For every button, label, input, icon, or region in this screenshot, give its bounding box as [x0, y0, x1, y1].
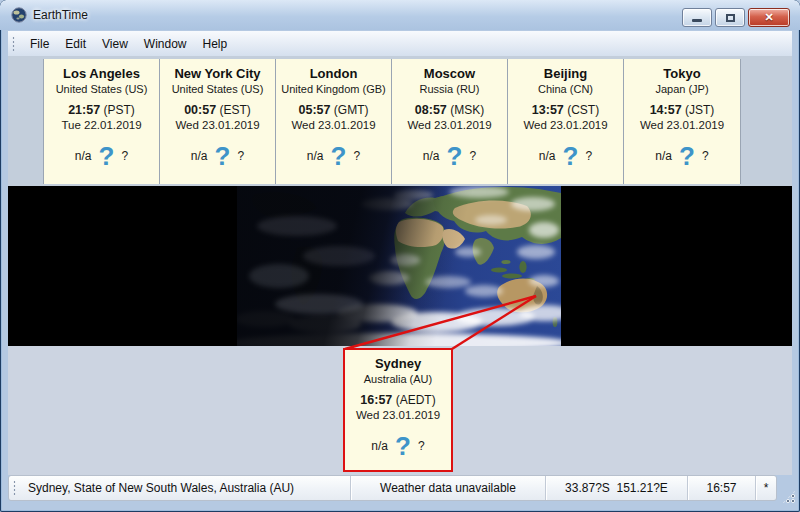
clock-date: Wed 23.01.2019	[392, 118, 507, 133]
clock-city: Moscow	[392, 66, 507, 82]
weather-unknown-icon: ?	[447, 143, 463, 169]
clock-date: Wed 23.01.2019	[624, 118, 740, 133]
temperature-na: n/a	[75, 149, 92, 163]
weather-unknown-icon: ?	[679, 143, 695, 169]
menu-item-window[interactable]: Window	[136, 33, 195, 55]
menu-item-file[interactable]: File	[22, 33, 57, 55]
menu-item-help[interactable]: Help	[195, 33, 236, 55]
clock-city: Beijing	[508, 66, 623, 82]
popup-time: 16:57	[360, 393, 392, 407]
status-weather: Weather data unavailable	[350, 476, 545, 500]
clock-time: 08:57	[415, 103, 447, 117]
clock-date: Wed 23.01.2019	[160, 118, 275, 133]
statusbar-grip-icon[interactable]	[13, 480, 16, 496]
status-coordinates: 33.87?S 151.21?E	[545, 476, 687, 500]
clock-panel-london[interactable]: London United Kingdom (GB) 05:57 (GMT) W…	[276, 59, 392, 184]
clock-city: London	[276, 66, 391, 82]
clock-time: 00:57	[184, 103, 216, 117]
temperature-na: n/a	[423, 149, 440, 163]
weather-unknown-icon: ?	[395, 433, 411, 459]
weather-unknown-icon: ?	[99, 143, 115, 169]
title-bar[interactable]: EarthTime ✕	[0, 0, 800, 30]
clock-country: China (CN)	[508, 82, 623, 96]
clock-city: Los Angeles	[44, 66, 159, 82]
minimize-icon	[692, 19, 702, 22]
weather-condition-unknown: ?	[585, 149, 592, 163]
status-time: 16:57	[687, 476, 755, 500]
close-button[interactable]: ✕	[748, 8, 790, 27]
popup-timezone: (AEDT)	[396, 393, 436, 407]
clock-panels-area: Los Angeles United States (US) 21:57 (PS…	[8, 56, 792, 186]
clock-date: Wed 23.01.2019	[276, 118, 391, 133]
world-map[interactable]	[8, 186, 792, 346]
status-bar: Sydney, State of New South Wales, Austra…	[8, 475, 777, 501]
earthtime-globe-icon	[11, 7, 27, 23]
clock-panel-beijing[interactable]: Beijing China (CN) 13:57 (CST) Wed 23.01…	[508, 59, 624, 184]
weather-unknown-icon: ?	[331, 143, 347, 169]
earthtime-window: { "window": { "title": "EarthTime" }, "m…	[0, 0, 800, 512]
clock-panel-new-york[interactable]: New York City United States (US) 00:57 (…	[160, 59, 276, 184]
weather-condition-unknown: ?	[121, 149, 128, 163]
temperature-na: n/a	[307, 149, 324, 163]
clock-timezone: (PST)	[103, 103, 134, 117]
clock-timezone: (JST)	[685, 103, 714, 117]
clock-timezone: (GMT)	[334, 103, 369, 117]
maximize-icon	[726, 14, 735, 22]
menu-bar: File Edit View Window Help	[8, 31, 792, 57]
toolbar-grip-icon[interactable]	[12, 36, 15, 52]
clock-city: Tokyo	[624, 66, 740, 82]
popup-city: Sydney	[345, 356, 451, 372]
clock-time: 14:57	[650, 103, 682, 117]
clock-country: Russia (RU)	[392, 82, 507, 96]
clock-country: United States (US)	[44, 82, 159, 96]
clock-country: United States (US)	[160, 82, 275, 96]
weather-condition-unknown: ?	[418, 439, 425, 453]
popup-date: Wed 23.01.2019	[345, 408, 451, 423]
clock-timezone: (MSK)	[450, 103, 484, 117]
clock-timezone: (EST)	[219, 103, 250, 117]
clock-country: United Kingdom (GB)	[276, 82, 391, 96]
menu-item-edit[interactable]: Edit	[57, 33, 94, 55]
sydney-clock-popup[interactable]: Sydney Australia (AU) 16:57 (AEDT) Wed 2…	[343, 348, 453, 472]
clock-date: Wed 23.01.2019	[508, 118, 623, 133]
temperature-na: n/a	[655, 149, 672, 163]
minimize-button[interactable]	[682, 8, 712, 27]
status-location: Sydney, State of New South Wales, Austra…	[23, 476, 350, 500]
clock-time: 13:57	[532, 103, 564, 117]
weather-condition-unknown: ?	[237, 149, 244, 163]
maximize-button[interactable]	[715, 8, 745, 27]
weather-unknown-icon: ?	[215, 143, 231, 169]
temperature-na: n/a	[371, 439, 388, 453]
clock-time: 21:57	[68, 103, 100, 117]
weather-condition-unknown: ?	[353, 149, 360, 163]
clock-country: Japan (JP)	[624, 82, 740, 96]
clock-panel-los-angeles[interactable]: Los Angeles United States (US) 21:57 (PS…	[44, 59, 160, 184]
window-title: EarthTime	[33, 8, 88, 22]
popup-country: Australia (AU)	[345, 372, 451, 386]
close-icon: ✕	[764, 12, 773, 23]
clock-panel-moscow[interactable]: Moscow Russia (RU) 08:57 (MSK) Wed 23.01…	[392, 59, 508, 184]
weather-unknown-icon: ?	[563, 143, 579, 169]
clock-row: Los Angeles United States (US) 21:57 (PS…	[43, 59, 741, 184]
clock-timezone: (CST)	[567, 103, 599, 117]
temperature-na: n/a	[191, 149, 208, 163]
status-flag: *	[755, 476, 776, 500]
clock-city: New York City	[160, 66, 275, 82]
weather-condition-unknown: ?	[702, 149, 709, 163]
temperature-na: n/a	[539, 149, 556, 163]
menu-item-view[interactable]: View	[94, 33, 136, 55]
clock-date: Tue 22.01.2019	[44, 118, 159, 133]
earth-day-night-map	[237, 186, 561, 346]
clock-panel-tokyo[interactable]: Tokyo Japan (JP) 14:57 (JST) Wed 23.01.2…	[624, 59, 740, 184]
weather-condition-unknown: ?	[469, 149, 476, 163]
clock-time: 05:57	[299, 103, 331, 117]
resize-grip[interactable]	[782, 490, 796, 504]
